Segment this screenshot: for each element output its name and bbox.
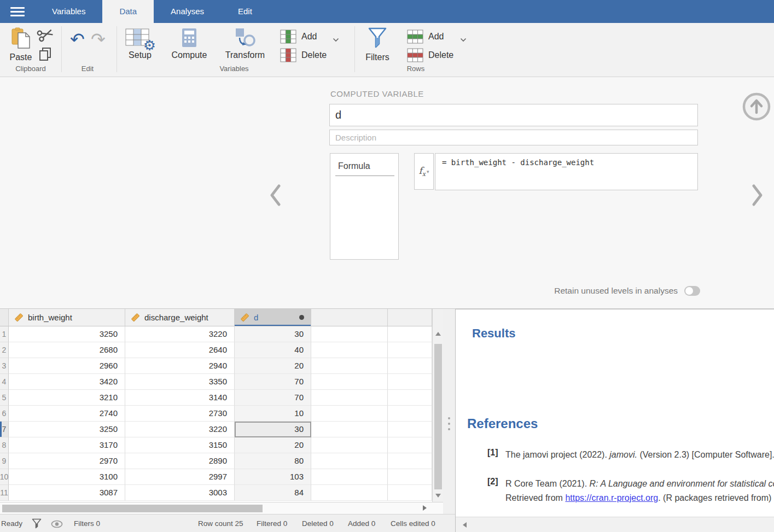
undo-button[interactable]: ↶ bbox=[70, 31, 85, 48]
cell-birth_weight[interactable]: 2680 bbox=[9, 342, 125, 358]
cell-empty[interactable] bbox=[388, 390, 432, 406]
cell-d[interactable]: 70 bbox=[235, 390, 311, 406]
cell-empty[interactable] bbox=[388, 374, 432, 390]
chevron-right-icon[interactable] bbox=[750, 184, 764, 207]
cell-birth_weight[interactable]: 3250 bbox=[9, 326, 125, 342]
cell-empty[interactable] bbox=[388, 469, 432, 485]
cell-discharge_weight[interactable]: 2997 bbox=[125, 469, 235, 485]
cell-empty[interactable] bbox=[388, 358, 432, 374]
tab-analyses[interactable]: Analyses bbox=[154, 0, 221, 23]
cell-empty[interactable] bbox=[311, 422, 388, 437]
cell-discharge_weight[interactable]: 3140 bbox=[125, 390, 235, 406]
add-row-button[interactable]: Add bbox=[407, 30, 444, 44]
cell-birth_weight[interactable]: 3420 bbox=[9, 374, 125, 390]
row-number[interactable]: 2 bbox=[0, 342, 9, 358]
row-number[interactable]: 1 bbox=[0, 326, 9, 342]
delete-row-button[interactable]: Delete bbox=[407, 48, 453, 62]
cell-empty[interactable] bbox=[311, 453, 388, 469]
row-number[interactable]: 8 bbox=[0, 437, 9, 453]
cell-discharge_weight[interactable]: 3220 bbox=[125, 422, 235, 437]
cell-empty[interactable] bbox=[388, 453, 432, 469]
fx-functions-button[interactable]: fx▾ bbox=[414, 153, 434, 190]
column-header-birth_weight[interactable]: birth_weight bbox=[9, 309, 125, 326]
tab-edit[interactable]: Edit bbox=[221, 0, 269, 23]
scroll-up-arrow-icon[interactable] bbox=[435, 332, 441, 336]
cell-empty[interactable] bbox=[311, 485, 388, 501]
cell-empty[interactable] bbox=[311, 390, 388, 406]
cell-empty[interactable] bbox=[311, 358, 388, 374]
cell-discharge_weight[interactable]: 2730 bbox=[125, 406, 235, 422]
redo-button[interactable]: ↷ bbox=[91, 31, 106, 48]
cell-empty[interactable] bbox=[388, 485, 432, 501]
tab-variables[interactable]: Variables bbox=[35, 0, 102, 23]
cell-d[interactable]: 30 bbox=[235, 422, 311, 437]
cell-d[interactable]: 40 bbox=[235, 342, 311, 358]
cell-discharge_weight[interactable]: 2940 bbox=[125, 358, 235, 374]
cell-empty[interactable] bbox=[311, 469, 388, 485]
add-variable-button[interactable]: Add bbox=[280, 30, 317, 44]
row-number[interactable]: 6 bbox=[0, 406, 9, 422]
cell-empty[interactable] bbox=[388, 437, 432, 453]
compute-button[interactable]: Compute bbox=[170, 27, 209, 60]
add-variable-menu-button[interactable] bbox=[333, 34, 339, 44]
tab-data[interactable]: Data bbox=[102, 0, 154, 23]
cell-d[interactable]: 80 bbox=[235, 453, 311, 469]
cut-button[interactable] bbox=[37, 26, 54, 45]
row-number[interactable]: 9 bbox=[0, 453, 9, 469]
cell-discharge_weight[interactable]: 3003 bbox=[125, 485, 235, 501]
horizontal-scroll-thumb[interactable] bbox=[2, 505, 263, 512]
copy-button[interactable] bbox=[37, 46, 54, 65]
variable-name-input[interactable] bbox=[329, 104, 698, 126]
table-corner[interactable] bbox=[0, 309, 9, 326]
cell-empty[interactable] bbox=[311, 374, 388, 390]
cell-d[interactable]: 84 bbox=[235, 485, 311, 501]
column-header-empty[interactable] bbox=[388, 309, 432, 326]
cell-birth_weight[interactable]: 3210 bbox=[9, 390, 125, 406]
chevron-left-icon[interactable] bbox=[269, 184, 282, 207]
formula-tab[interactable]: Formula bbox=[330, 154, 398, 176]
horizontal-scrollbar[interactable] bbox=[0, 502, 443, 514]
row-number[interactable]: 5 bbox=[0, 390, 9, 406]
retain-levels-toggle[interactable] bbox=[684, 286, 700, 296]
status-eye-icon[interactable] bbox=[51, 520, 63, 528]
hamburger-menu-button[interactable] bbox=[0, 0, 35, 23]
cell-birth_weight[interactable]: 3170 bbox=[9, 437, 125, 453]
formula-input[interactable]: = birth_weight - discharge_weight bbox=[435, 153, 698, 190]
row-number[interactable]: 3 bbox=[0, 358, 9, 374]
cell-empty[interactable] bbox=[388, 406, 432, 422]
setup-button[interactable]: ⚙ Setup bbox=[124, 27, 156, 60]
vertical-scroll-thumb[interactable] bbox=[434, 344, 442, 489]
row-number[interactable]: 10 bbox=[0, 469, 9, 485]
cell-d[interactable]: 20 bbox=[235, 358, 311, 374]
column-header-discharge_weight[interactable]: discharge_weight bbox=[125, 309, 235, 326]
row-number[interactable]: 7 bbox=[0, 422, 9, 437]
cell-birth_weight[interactable]: 3100 bbox=[9, 469, 125, 485]
cell-d[interactable]: 20 bbox=[235, 437, 311, 453]
cran-link[interactable]: https://cran.r-project.org bbox=[565, 493, 658, 502]
collapse-up-button[interactable] bbox=[742, 92, 771, 121]
transform-button[interactable]: Transform bbox=[223, 27, 267, 60]
cell-discharge_weight[interactable]: 2640 bbox=[125, 342, 235, 358]
results-horizontal-scrollbar[interactable] bbox=[456, 517, 774, 532]
row-number[interactable]: 11 bbox=[0, 485, 9, 501]
column-header-d[interactable]: d bbox=[235, 309, 311, 326]
filters-button[interactable]: Filters bbox=[362, 27, 393, 62]
delete-variable-button[interactable]: Delete bbox=[280, 48, 327, 62]
scroll-left-arrow-icon[interactable] bbox=[463, 522, 467, 528]
cell-birth_weight[interactable]: 3250 bbox=[9, 422, 125, 437]
add-row-menu-button[interactable] bbox=[460, 34, 467, 44]
variable-description-input[interactable] bbox=[329, 130, 698, 145]
cell-empty[interactable] bbox=[311, 406, 388, 422]
paste-button[interactable]: Paste bbox=[5, 27, 36, 62]
cell-empty[interactable] bbox=[311, 342, 388, 358]
cell-birth_weight[interactable]: 3087 bbox=[9, 485, 125, 501]
panel-splitter[interactable] bbox=[443, 309, 455, 532]
scroll-right-arrow-icon[interactable] bbox=[423, 505, 427, 511]
cell-empty[interactable] bbox=[311, 437, 388, 453]
cell-birth_weight[interactable]: 2970 bbox=[9, 453, 125, 469]
status-filter-icon[interactable] bbox=[32, 518, 42, 529]
cell-empty[interactable] bbox=[388, 326, 432, 342]
cell-discharge_weight[interactable]: 3220 bbox=[125, 326, 235, 342]
row-number[interactable]: 4 bbox=[0, 374, 9, 390]
cell-discharge_weight[interactable]: 3350 bbox=[125, 374, 235, 390]
